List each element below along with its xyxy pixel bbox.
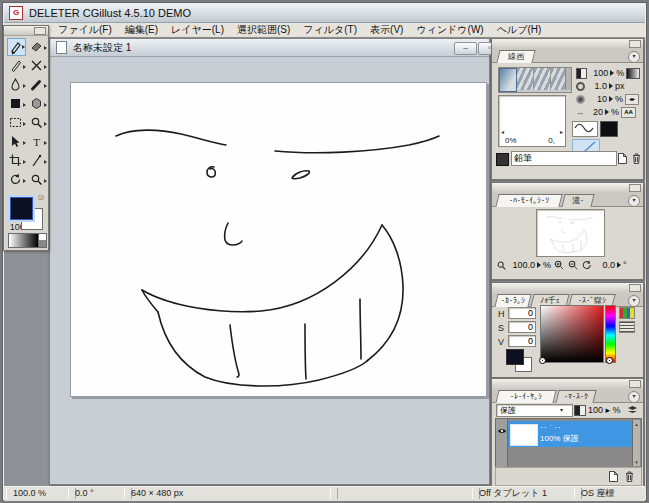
text-tool[interactable]: T xyxy=(28,133,47,151)
zoom-out-icon[interactable] xyxy=(567,259,579,271)
doc-minimize-button[interactable]: – xyxy=(454,42,477,55)
hue-bar[interactable] xyxy=(605,305,616,363)
layer-list-scrollbar[interactable]: ▴▾ xyxy=(632,420,640,466)
pencil-tool[interactable] xyxy=(7,57,26,75)
blend-dropdown-icon[interactable]: ▾ xyxy=(560,406,563,413)
delete-layer-icon[interactable] xyxy=(624,470,635,483)
collapse-box-icon[interactable] xyxy=(629,284,641,292)
layer-name: ･･｀･･ xyxy=(540,424,561,431)
new-brush-icon[interactable] xyxy=(617,152,628,165)
tab-pen[interactable]: 線画 xyxy=(496,50,535,63)
tone-tool[interactable] xyxy=(28,95,47,113)
crop-tool[interactable] xyxy=(7,152,26,170)
brush-tip-list[interactable] xyxy=(498,67,572,93)
palette-grid-icon[interactable] xyxy=(619,307,635,319)
menu-selection[interactable]: 選択範囲(S) xyxy=(237,23,290,37)
tool-palette-header[interactable] xyxy=(4,26,48,36)
color-fg-swatch[interactable] xyxy=(506,349,524,365)
panel-menu-icon[interactable]: ▾ xyxy=(628,295,640,307)
marker-tool[interactable] xyxy=(28,76,47,94)
stick-pen-tool[interactable] xyxy=(28,152,47,170)
panel-menu-icon[interactable]: ▾ xyxy=(628,391,640,403)
navigator-zoom-value[interactable]: 100.0 xyxy=(509,260,535,270)
spinner-icon[interactable] xyxy=(537,262,541,268)
layer-stack-icon[interactable] xyxy=(626,404,639,416)
hue-marker-icon[interactable] xyxy=(606,357,613,364)
collapse-box-icon[interactable] xyxy=(34,27,46,35)
magnifier-tool[interactable] xyxy=(28,171,47,189)
menu-window[interactable]: ウィンドウ(W) xyxy=(416,23,483,37)
rotate-view-icon[interactable] xyxy=(581,259,593,271)
collapse-box-icon[interactable] xyxy=(629,380,641,388)
pen-color-swatch[interactable] xyxy=(600,121,618,137)
app-titlebar[interactable]: G DELETER CGillust 4.5.10 DEMO xyxy=(4,4,645,23)
spacing-value[interactable]: 20 xyxy=(586,107,603,117)
menu-layer[interactable]: レイヤー(L) xyxy=(171,23,224,37)
prev-right-arrow-icon[interactable]: ▸ xyxy=(560,128,563,135)
navigator-thumbnail[interactable] xyxy=(536,209,605,257)
tab-preview[interactable]: 濃･ xyxy=(561,194,594,207)
spinner-icon[interactable] xyxy=(610,70,614,76)
menu-help[interactable]: ヘルプ(H) xyxy=(497,23,542,37)
rotate-canvas-tool[interactable] xyxy=(7,171,26,189)
layer-row-selected[interactable]: ･･｀･･ 100% 保護 xyxy=(508,421,635,447)
pen-tool[interactable] xyxy=(7,38,26,56)
menu-filter[interactable]: フィルタ(T) xyxy=(303,23,357,37)
drawing-canvas[interactable] xyxy=(70,82,487,397)
antialias-icon[interactable]: AA xyxy=(621,107,636,118)
zoom-tool[interactable] xyxy=(28,114,47,132)
brush-tip-selected[interactable] xyxy=(499,68,517,92)
v-value-field[interactable]: 0 xyxy=(508,335,536,347)
navigator-rotation-value[interactable]: 0.0 xyxy=(595,260,615,270)
layer-opacity-value[interactable]: 100 ▸ % xyxy=(588,405,621,415)
tab-navigator[interactable]: ･ﾊ･ﾓ･ｲ｡ｼ･ｿ xyxy=(495,194,562,207)
status-canvas-size: 640 × 480 px xyxy=(124,488,338,499)
sv-marker-icon[interactable] xyxy=(539,357,546,364)
spinner-icon[interactable] xyxy=(609,83,613,89)
multi-pen-tool[interactable] xyxy=(28,57,47,75)
eraser-tool[interactable] xyxy=(28,38,47,56)
water-tool[interactable] xyxy=(7,76,26,94)
stroke-option-icon[interactable]: ◂▸ xyxy=(625,94,639,105)
spinner-icon[interactable] xyxy=(605,109,609,115)
gradient-option-box[interactable] xyxy=(38,233,47,248)
curve-shape-button[interactable] xyxy=(572,121,598,137)
brush-name-input[interactable] xyxy=(511,151,617,166)
spinner-icon[interactable] xyxy=(617,262,621,268)
gradient-option-icon[interactable] xyxy=(626,68,640,79)
spinner-icon[interactable] xyxy=(609,96,613,102)
tab-mask[interactable]: ･ﾏ･ｽ･ｸ xyxy=(555,390,596,403)
swap-colors-icon[interactable]: ◲ xyxy=(38,193,44,199)
h-value-field[interactable]: 0 xyxy=(508,307,536,319)
brush-tip-scrollbar[interactable] xyxy=(565,68,571,90)
document-titlebar[interactable]: 名称未設定 1 – ▫ xyxy=(50,39,489,57)
palette-list-icon[interactable] xyxy=(619,321,635,333)
gradient-bar[interactable] xyxy=(8,233,39,248)
select-rect-tool[interactable] xyxy=(7,114,26,132)
tab-color[interactable]: ･ｶ･ﾗ｡ｼ xyxy=(494,294,531,307)
brush-tip[interactable] xyxy=(517,68,534,90)
s-value-field[interactable]: 0 xyxy=(508,321,536,333)
tab-layers[interactable]: ･ﾚ･ｲ･ﾔ｡ｼ xyxy=(495,390,556,403)
softness-value[interactable]: 10 xyxy=(587,94,607,104)
menu-file[interactable]: ファイル(F) xyxy=(58,23,112,37)
opacity-value[interactable]: 100 xyxy=(589,68,609,78)
foreground-color-swatch[interactable] xyxy=(10,197,33,220)
new-layer-icon[interactable] xyxy=(608,470,619,483)
delete-brush-icon[interactable] xyxy=(631,152,642,165)
panel-menu-icon[interactable]: ▾ xyxy=(628,195,640,207)
menu-view[interactable]: 表示(V) xyxy=(370,23,403,37)
fill-tool[interactable] xyxy=(7,95,26,113)
collapse-box-icon[interactable] xyxy=(629,184,641,192)
move-tool[interactable] xyxy=(7,133,26,151)
collapse-box-icon[interactable] xyxy=(629,40,641,48)
size-value[interactable]: 1.0 xyxy=(587,81,607,91)
size-unit: px xyxy=(615,81,625,91)
layer-visible-eye-icon[interactable] xyxy=(497,427,507,435)
saturation-value-square[interactable] xyxy=(540,305,604,363)
prev-left-arrow-icon[interactable]: ◂ xyxy=(501,128,504,135)
panel-menu-icon[interactable]: ▾ xyxy=(628,51,640,63)
zoom-in-icon[interactable] xyxy=(553,259,565,271)
brush-tip[interactable] xyxy=(534,68,551,90)
menu-edit[interactable]: 編集(E) xyxy=(125,23,158,37)
